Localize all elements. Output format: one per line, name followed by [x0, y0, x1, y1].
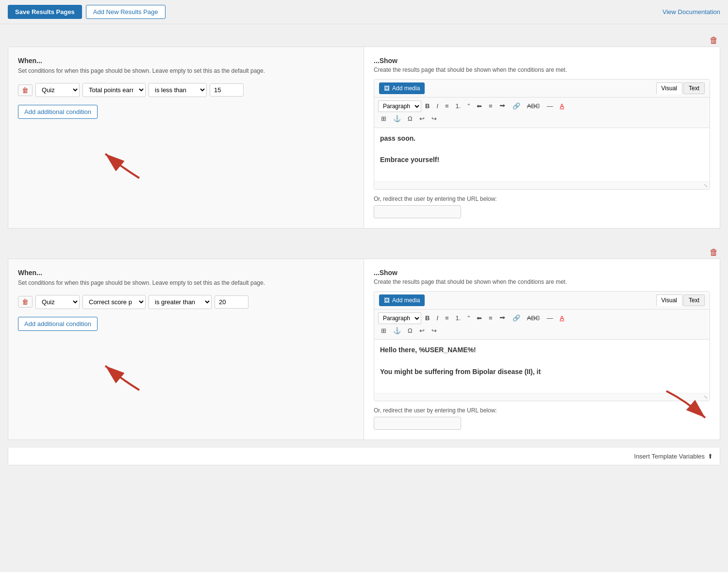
block1-type-select[interactable]: Quiz Question — [35, 83, 80, 97]
block2-delete-area: 🗑 — [8, 248, 720, 257]
block1-italic-btn[interactable]: I — [433, 100, 441, 112]
block1-redirect-label: Or, redirect the user by entering the UR… — [374, 196, 710, 202]
block2-operator-select[interactable]: is greater than is less than is equal to — [149, 295, 212, 309]
block2-redirect-input[interactable] — [374, 417, 461, 430]
template-vars-label: Insert Template Variables — [634, 453, 705, 460]
block2-arrow-annotation — [81, 354, 144, 392]
block2-omega-btn[interactable]: Ω — [405, 325, 415, 337]
block1-editor-topbar: 🖼 Add media Visual Text — [374, 80, 710, 98]
block2-align-right-btn[interactable]: ⮕ — [496, 312, 509, 324]
save-results-button[interactable]: Save Results Pages — [8, 5, 82, 19]
block2-color-btn[interactable]: A — [557, 312, 567, 324]
block2-visual-tab[interactable]: Visual — [656, 294, 682, 306]
block1-ol-btn[interactable]: 1. — [453, 100, 464, 112]
results-block-1: 🗑 When... Set conditions for when this p… — [8, 32, 720, 236]
block2-toolbar-row2: ⊞ ⚓ Ω ↩ ↪ — [378, 325, 706, 337]
block1-condition-delete[interactable]: 🗑 — [18, 84, 33, 96]
block2-editor: 🖼 Add media Visual Text Paragraph H — [374, 291, 710, 402]
block1-metric-select[interactable]: Total points earn Correct score % Total … — [83, 83, 146, 97]
block1-arrow-annotation — [81, 142, 144, 180]
block2-undo-btn[interactable]: ↩ — [416, 325, 428, 337]
block1-show-panel: ...Show Create the results page that sho… — [364, 47, 720, 228]
block2-toolbar-row1: Paragraph Heading 1 B I ≡ 1. " ⬅ ≡ ⮕ 🔗 — [378, 312, 706, 324]
block2-anchor-btn[interactable]: ⚓ — [390, 325, 404, 337]
block1-delete-button[interactable]: 🗑 — [710, 36, 718, 45]
block1-row: When... Set conditions for when this pag… — [8, 47, 720, 229]
add-new-results-button[interactable]: Add New Results Page — [86, 5, 165, 19]
block1-delete-area: 🗑 — [8, 36, 720, 45]
block2-editor-content[interactable]: Hello there, %USER_NAME%! You might be s… — [374, 340, 710, 393]
block2-bold-btn[interactable]: B — [422, 312, 432, 324]
view-documentation-link[interactable]: View Documentation — [662, 8, 720, 16]
block2-when-desc: Set conditions for when this page should… — [18, 278, 354, 287]
block1-editor-content[interactable]: pass soon. Embrace yourself! — [374, 128, 710, 181]
block1-undo-btn[interactable]: ↩ — [416, 113, 428, 125]
block2-quote-btn[interactable]: " — [464, 312, 473, 324]
block2-row: When... Set conditions for when this pag… — [8, 259, 720, 441]
block1-align-center-btn[interactable]: ≡ — [486, 100, 496, 112]
block1-editor-toolbar: Paragraph Heading 1 Heading 2 B I ≡ 1. "… — [374, 98, 710, 128]
block1-add-media-button[interactable]: 🖼 Add media — [379, 82, 425, 94]
block1-paragraph-select[interactable]: Paragraph Heading 1 Heading 2 — [378, 100, 421, 112]
block2-content-line2: You might be suffering from Bipolar dise… — [380, 366, 704, 377]
block1-link-btn[interactable]: 🔗 — [510, 100, 523, 112]
block2-ul-btn[interactable]: ≡ — [442, 312, 452, 324]
block2-condition-delete[interactable]: 🗑 — [18, 296, 33, 308]
page-content: 🗑 When... Set conditions for when this p… — [0, 24, 728, 473]
block1-text-tab[interactable]: Text — [683, 82, 705, 94]
block1-show-title: ...Show — [374, 57, 710, 65]
template-vars-bar: Insert Template Variables ⬆ — [8, 448, 720, 465]
block2-redirect-label: Or, redirect the user by entering the UR… — [374, 407, 710, 414]
block2-link-btn[interactable]: 🔗 — [510, 312, 523, 324]
block1-toolbar-row2: ⊞ ⚓ Ω ↩ ↪ — [378, 113, 706, 125]
block2-paragraph-select[interactable]: Paragraph Heading 1 — [378, 312, 421, 324]
block2-when-panel: When... Set conditions for when this pag… — [8, 259, 364, 440]
block1-when-title: When... — [18, 57, 354, 65]
block1-visual-tab[interactable]: Visual — [656, 82, 682, 94]
block1-redo-btn[interactable]: ↪ — [429, 113, 440, 125]
block1-hr-btn[interactable]: — — [544, 100, 556, 112]
block1-editor: 🖼 Add media Visual Text Paragraph H — [374, 79, 710, 190]
block1-abc-btn[interactable]: ABC — [524, 100, 543, 112]
toolbar: Save Results Pages Add New Results Page … — [0, 0, 728, 24]
block2-add-condition-button[interactable]: Add additional condition — [18, 317, 98, 331]
block2-value-input[interactable] — [215, 295, 248, 309]
block2-align-center-btn[interactable]: ≡ — [486, 312, 496, 324]
block1-omega-btn[interactable]: Ω — [405, 113, 415, 125]
results-block-2: 🗑 When... Set conditions for when this p… — [8, 244, 720, 448]
block2-type-select[interactable]: Quiz Question — [35, 295, 80, 309]
block1-add-condition-button[interactable]: Add additional condition — [18, 105, 98, 119]
block2-add-media-button[interactable]: 🖼 Add media — [379, 294, 425, 306]
block2-resize-handle[interactable]: ⤡ — [374, 393, 710, 401]
block2-show-panel: ...Show Create the results page that sho… — [364, 259, 720, 440]
block2-editor-toolbar: Paragraph Heading 1 B I ≡ 1. " ⬅ ≡ ⮕ 🔗 — [374, 310, 710, 340]
block1-bold-btn[interactable]: B — [422, 100, 432, 112]
block2-text-tab[interactable]: Text — [683, 294, 705, 306]
block1-anchor-btn[interactable]: ⚓ — [390, 113, 404, 125]
block1-redirect-input[interactable] — [374, 205, 461, 218]
block2-table-btn[interactable]: ⊞ — [378, 325, 389, 337]
block1-ul-btn[interactable]: ≡ — [442, 100, 452, 112]
block1-content-line1: pass soon. — [380, 133, 704, 144]
block2-ol-btn[interactable]: 1. — [453, 312, 464, 324]
block1-align-left-btn[interactable]: ⬅ — [474, 100, 485, 112]
block1-resize-handle[interactable]: ⤡ — [374, 181, 710, 189]
block2-editor-tabs: Visual Text — [656, 294, 705, 306]
block1-color-btn[interactable]: A — [557, 100, 567, 112]
block1-redirect-section: Or, redirect the user by entering the UR… — [374, 196, 710, 218]
block1-align-right-btn[interactable]: ⮕ — [496, 100, 509, 112]
block1-quote-btn[interactable]: " — [464, 100, 473, 112]
block2-italic-btn[interactable]: I — [433, 312, 441, 324]
block1-operator-select[interactable]: is less than is greater than is equal to — [149, 83, 207, 97]
block2-delete-button[interactable]: 🗑 — [710, 248, 718, 257]
block2-align-left-btn[interactable]: ⬅ — [474, 312, 485, 324]
block2-metric-select[interactable]: Correct score p Total points earned Tota… — [83, 295, 146, 309]
block1-table-btn[interactable]: ⊞ — [378, 113, 389, 125]
block2-hr-btn[interactable]: — — [544, 312, 556, 324]
block2-when-title: When... — [18, 269, 354, 277]
block2-redo-btn[interactable]: ↪ — [429, 325, 440, 337]
template-vars-icon: ⬆ — [708, 453, 713, 460]
block1-value-input[interactable] — [210, 83, 244, 97]
block2-abc-btn[interactable]: ABC — [524, 312, 543, 324]
toolbar-left: Save Results Pages Add New Results Page — [8, 5, 165, 19]
